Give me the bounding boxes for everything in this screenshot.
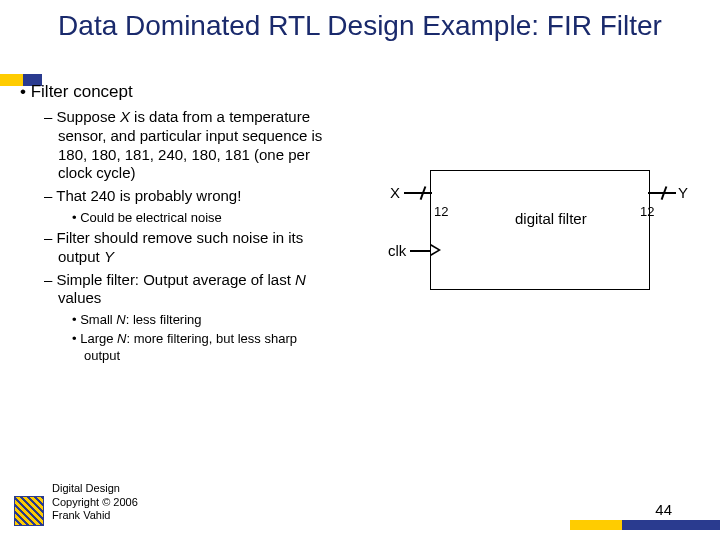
corner-logo-icon <box>14 496 44 526</box>
filter-box <box>430 170 650 290</box>
page-number: 44 <box>655 501 672 518</box>
bullet-l2: Simple filter: Output average of last N … <box>44 271 324 309</box>
var-n: N <box>116 312 125 327</box>
text: Suppose <box>57 108 120 125</box>
slide-title: Data Dominated RTL Design Example: FIR F… <box>0 0 720 46</box>
text: Simple filter: Output average of last <box>57 271 295 288</box>
output-y-label: Y <box>678 184 688 201</box>
bullet-l3: Could be electrical noise <box>72 210 312 226</box>
filter-name: digital filter <box>515 210 587 227</box>
footer-line: Copyright © 2006 <box>52 496 138 509</box>
footer-credit: Digital Design Copyright © 2006 Frank Va… <box>52 482 138 522</box>
var-n: N <box>295 271 306 288</box>
bullet-l2: Filter should remove such noise in its o… <box>44 229 324 267</box>
accent-stripe-bottom <box>570 520 720 530</box>
var-x: X <box>120 108 130 125</box>
input-x-label: X <box>390 184 400 201</box>
var-y: Y <box>104 248 114 265</box>
text: Filter should remove such noise in its o… <box>57 229 304 265</box>
bullet-l2: That 240 is probably wrong! <box>44 187 324 206</box>
bullet-l3: Large N: more filtering, but less sharp … <box>72 331 312 364</box>
footer-line: Frank Vahid <box>52 509 138 522</box>
text: Large <box>80 331 117 346</box>
clk-wire <box>410 250 432 252</box>
bullet-l2: Suppose X is data from a temperature sen… <box>44 108 324 183</box>
bus-width-right: 12 <box>640 204 654 219</box>
clock-triangle-icon <box>431 244 441 256</box>
text: Small <box>80 312 116 327</box>
clk-label: clk <box>388 242 406 259</box>
filter-diagram: X Y clk digital filter 12 12 <box>370 150 700 320</box>
bus-width-left: 12 <box>434 204 448 219</box>
footer-line: Digital Design <box>52 482 138 495</box>
text: values <box>58 289 101 306</box>
text: : less filtering <box>126 312 202 327</box>
bullet-l1: Filter concept <box>20 82 700 102</box>
bullet-l3: Small N: less filtering <box>72 312 312 328</box>
x-wire <box>404 192 432 194</box>
